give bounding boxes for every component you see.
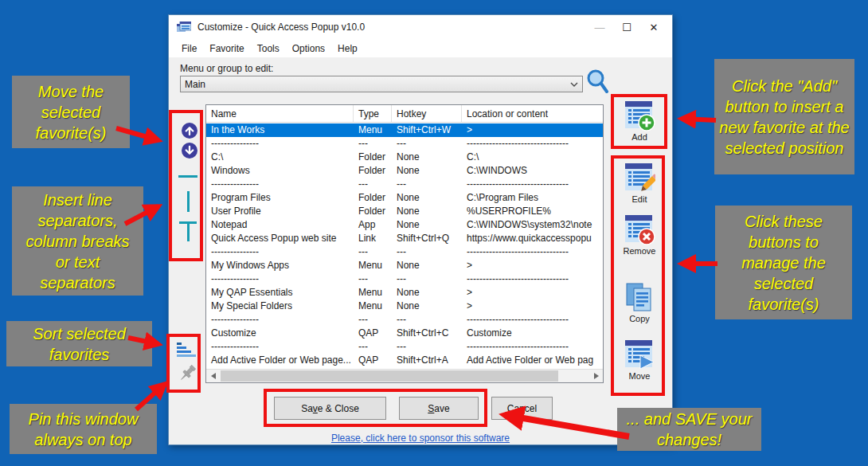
sponsor-link[interactable]: Please, click here to sponsor this softw… (331, 433, 510, 444)
table-cell: --- (354, 178, 392, 191)
table-row[interactable]: ----------------------------------------… (206, 178, 603, 191)
table-cell: QAP (354, 327, 392, 340)
menu-tools[interactable]: Tools (251, 41, 286, 57)
save-button[interactable]: Save (399, 397, 479, 420)
copy-icon (624, 281, 655, 313)
table-cell: Shift+Ctrl+W (392, 123, 462, 137)
table-row[interactable]: C:\FolderNoneC:\ (206, 151, 603, 164)
table-cell: Windows (206, 164, 354, 178)
move-label: Move (629, 371, 651, 381)
col-hotkey[interactable]: Hotkey (392, 105, 462, 122)
group-label: Menu or group to edit: (180, 63, 273, 74)
copy-button[interactable]: Copy (616, 281, 663, 323)
table-row[interactable]: Quick Access Popup web siteLinkShift+Ctr… (206, 232, 603, 245)
table-cell: -------------------------------- (462, 137, 603, 151)
menu-group-select[interactable]: Main (180, 76, 583, 92)
table-cell: C:\Program Files (462, 191, 603, 205)
save-close-button[interactable]: Save & Close (274, 397, 386, 420)
table-cell: --------------- (206, 272, 354, 286)
table-row[interactable]: WindowsFolderNoneC:\WINDOWS (206, 164, 603, 178)
table-cell: My QAP Essentials (206, 286, 354, 300)
table-row[interactable]: My Windows AppsMenuNone> (206, 259, 603, 272)
move-button[interactable]: Move (616, 339, 663, 381)
menu-file[interactable]: File (175, 41, 203, 57)
table-row[interactable]: NotepadAppNoneC:\WINDOWS\system32\note (206, 218, 603, 232)
table-row[interactable]: ----------------------------------------… (206, 313, 603, 327)
horizontal-scrollbar[interactable] (206, 369, 603, 382)
menu-favorite[interactable]: Favorite (203, 41, 250, 57)
table-cell: > (462, 286, 603, 300)
table-cell: > (462, 259, 603, 272)
table-cell: None (392, 300, 462, 313)
move-down-button[interactable] (182, 143, 197, 159)
scroll-left-icon[interactable] (206, 370, 220, 382)
table-cell: None (392, 286, 462, 300)
table-cell: --- (354, 245, 392, 259)
note-separators: Insert line separators, column breaks or… (12, 186, 143, 296)
table-cell: QAP (354, 354, 392, 367)
table-cell: My Windows Apps (206, 259, 354, 272)
menu-options[interactable]: Options (286, 41, 331, 57)
text-separator-button[interactable] (179, 221, 197, 241)
table-cell: Folder (354, 205, 392, 218)
table-row[interactable]: ----------------------------------------… (206, 272, 603, 286)
table-row[interactable]: Program FilesFolderNoneC:\Program Files (206, 191, 603, 205)
add-button[interactable]: Add (616, 100, 663, 142)
col-name[interactable]: Name (206, 105, 354, 122)
table-row[interactable]: Add Active Folder or Web page...QAPShift… (206, 354, 603, 367)
table-row[interactable]: CustomizeQAPShift+Ctrl+CCustomize (206, 327, 603, 340)
column-break-button[interactable] (187, 191, 190, 212)
app-window: Customize - Quick Access Popup v10.0 — ☐… (168, 14, 673, 445)
remove-button[interactable]: Remove (616, 213, 663, 256)
menu-help[interactable]: Help (331, 41, 364, 57)
table-row[interactable]: ----------------------------------------… (206, 137, 603, 151)
table-cell: App (354, 218, 392, 232)
edit-button[interactable]: Edit (616, 162, 663, 204)
table-cell: --------------- (206, 245, 354, 259)
copy-label: Copy (629, 314, 650, 323)
table-cell: None (392, 205, 462, 218)
table-cell: --- (354, 137, 392, 151)
pin-button[interactable] (176, 362, 198, 385)
line-separator-button[interactable] (178, 175, 197, 178)
col-type[interactable]: Type (354, 105, 392, 122)
table-cell: --- (392, 272, 462, 286)
table-cell: None (392, 218, 462, 232)
table-cell: C:\ (206, 151, 354, 164)
table-row[interactable]: ----------------------------------------… (206, 340, 603, 354)
table-cell: --------------- (206, 313, 354, 327)
table-cell: --------------- (206, 137, 354, 151)
title-bar: Customize - Quick Access Popup v10.0 — ☐… (169, 15, 672, 39)
table-row[interactable]: My Special FoldersMenuNone> (206, 300, 603, 313)
table-cell: %USERPROFILE% (462, 205, 603, 218)
table-cell: --- (392, 245, 462, 259)
table-cell: My Special Folders (206, 300, 354, 313)
table-cell: Customize (462, 327, 603, 340)
table-row[interactable]: ----------------------------------------… (206, 245, 603, 259)
remove-icon (624, 213, 655, 245)
table-row[interactable]: User ProfileFolderNone%USERPROFILE% (206, 205, 603, 218)
table-row[interactable]: My QAP EssentialsMenuNone> (206, 286, 603, 300)
move-up-button[interactable] (182, 123, 197, 139)
chevron-down-icon (566, 82, 582, 87)
close-button[interactable]: ✕ (640, 15, 667, 39)
table-cell: Notepad (206, 218, 354, 232)
table-cell: Quick Access Popup web site (206, 232, 354, 245)
table-row[interactable]: In the WorksMenuShift+Ctrl+W> (206, 123, 603, 137)
cancel-button[interactable]: Cancel (491, 397, 553, 420)
table-cell: Customize (206, 327, 354, 340)
table-cell: Add Active Folder or Web pag (462, 354, 603, 367)
minimize-button[interactable]: — (586, 15, 613, 39)
table-cell: --- (392, 340, 462, 354)
maximize-button[interactable]: ☐ (613, 15, 640, 39)
table-cell: C:\ (462, 151, 603, 164)
note-save: ... and SAVE your changes! (617, 408, 761, 451)
scrollbar-thumb[interactable] (221, 370, 558, 382)
search-icon[interactable] (586, 69, 610, 96)
sort-button[interactable] (175, 342, 197, 358)
col-location[interactable]: Location or content (462, 105, 603, 122)
scroll-right-icon[interactable] (589, 370, 603, 382)
table-cell: --- (392, 313, 462, 327)
table-cell: https://www.quickaccesspopu (462, 232, 603, 245)
table-cell: Add Active Folder or Web page... (206, 354, 354, 367)
